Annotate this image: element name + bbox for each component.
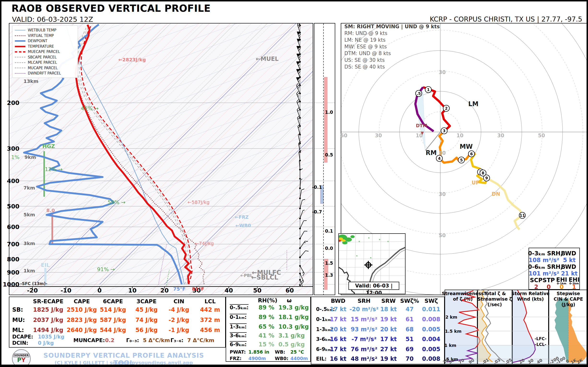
panel-title-line: CIN & CAPE — [554, 296, 583, 302]
skewt-annotation: ←2823J/kg — [119, 57, 146, 63]
legend-item: VIRTUAL TEMP — [15, 33, 78, 39]
dcin-label: DCIN: — [12, 340, 28, 346]
srw-value: 17 kt — [380, 336, 397, 342]
frz-value: 4900m — [248, 356, 266, 361]
srh-bwd-box: 0-3ₖₘ SRH, BWD 108 m²/s² 5 kt 0-6ₖₘ SRH,… — [528, 248, 580, 290]
logo-p: P — [17, 357, 22, 363]
wetbulb-line-swatch — [15, 30, 26, 30]
w-value: 3.1 g/kg — [278, 332, 305, 339]
legend-item: MLCAPE PARCEL — [15, 60, 78, 65]
sounderpy-logo: SOUNDER PY — [12, 349, 31, 367]
dcape-label: DCAPE: — [12, 334, 33, 340]
panel-title-line: Total ζ & — [484, 291, 506, 296]
stp-value: 0 — [547, 284, 551, 290]
srh-value: 76 m²/s² — [351, 346, 377, 353]
panel-height-label: 2 km — [445, 315, 457, 320]
omega-value-label: 1.3 — [325, 272, 333, 278]
row-label: EIL: — [316, 356, 327, 362]
ring-speed-label: 30 — [439, 192, 446, 197]
dwndrft-line-swatch — [15, 73, 26, 74]
swz-value: 0.005 — [422, 326, 440, 333]
muncape-value: 0.2 — [105, 337, 114, 343]
panel-title-line: (/sec) — [487, 302, 502, 307]
ring-speed-label: 30 — [439, 69, 446, 75]
muncape-label: MUNCAPE: — [73, 337, 105, 343]
omega-value-label: 0.5 — [325, 152, 333, 157]
ring-speed-label: 30 — [497, 133, 504, 138]
row-label: ML: — [12, 327, 24, 334]
pressure-label: 900 — [7, 269, 19, 276]
sounderpy-figure: RAOB OBSERVED VERTICAL PROFILE VALID: 06… — [0, 0, 588, 367]
bwd03-label: BWD — [561, 250, 576, 257]
omega-value-label: 0.1 — [325, 228, 333, 234]
storm-motion-label: RM — [426, 149, 437, 156]
skewt-annotation: 12% → — [45, 166, 63, 172]
swzpct-value: 69 — [406, 346, 414, 353]
swz-value: 0.004 — [422, 336, 440, 342]
bwd-value: 20 kt — [330, 326, 346, 333]
row-label: 6-9ₖₘ: — [230, 342, 247, 347]
logo-y: Y — [21, 357, 26, 363]
sm-line: SM: RIGHT MOVING | UND @ 9 kts — [344, 24, 440, 29]
panel-c-title: Storm RelativeWind (kts) — [511, 291, 549, 302]
row-label: 3-6ₖₘ: — [230, 333, 247, 339]
legend-label: MLCAPE PARCEL — [28, 60, 57, 65]
ml-6cape: 544 J/kg — [100, 327, 126, 334]
scp-value: 2 — [534, 284, 538, 290]
sb-srecape: 1825 J/kg — [33, 306, 63, 313]
panel-title-line: Stepwise — [557, 291, 580, 296]
rh-header: RH(%) — [258, 297, 277, 303]
gamma36-label: Γ₃₋₆: — [171, 337, 183, 343]
col-header: CIN — [174, 298, 184, 304]
legend-item: MUECAPE PARCEL — [15, 49, 78, 55]
wb0-value: 4400m — [290, 356, 308, 361]
storm-motion-label: MW — [460, 143, 473, 150]
map-inset: Valid: 06-03 | 12:00 — [338, 233, 406, 294]
ml-lcl: 456 m — [200, 327, 220, 334]
ring-speed-label: 50 — [538, 133, 545, 138]
skewt-annotation: ←WB0 — [235, 223, 251, 228]
col-header: SR-ECAPE — [33, 298, 64, 304]
muecape-line-swatch — [15, 51, 26, 52]
skewt-annotation: 8.0 — [46, 208, 55, 213]
gamma03-value: 5 Δ°C/km — [143, 337, 170, 343]
sbcape-line-swatch — [15, 57, 26, 58]
station-info: KCRP - CORPUS CHRISTI, TX US | 27.77, -9… — [430, 15, 582, 23]
temp-tick-label: -10 — [61, 287, 71, 294]
legend-item: SBCAPE PARCEL — [15, 55, 78, 60]
lcl-label: -LCL- — [535, 342, 546, 347]
temp-tick-label: 40 — [225, 287, 233, 294]
omega-value-label: 1.5 — [325, 260, 333, 266]
row-label: 0-.5ₖₘ: — [230, 305, 248, 310]
skewt-annotation: 81°F — [192, 286, 204, 292]
panel-title-line: (J/kg) — [561, 302, 575, 307]
wb-value: 25 °C — [290, 349, 304, 355]
srh06-label: 0-6ₖₘ SRH, — [528, 264, 562, 270]
rh-value: 89 % — [259, 304, 274, 311]
legend-label: MUCAPE PARCEL — [28, 66, 58, 70]
bwd-value: 17 kt — [330, 306, 346, 313]
temp-tick-label: 20 — [160, 287, 169, 294]
row-label: SB: — [12, 306, 23, 313]
mu-3cape: 74 J/kg — [136, 317, 158, 323]
col-header: SWζ% — [400, 298, 419, 304]
virtual-temp-line-swatch — [15, 35, 26, 36]
ml-3cape: 56 J/kg — [136, 327, 158, 334]
skewt-annotation: 45% → — [81, 105, 99, 111]
lm-line: LM: NE @ 19 kts — [344, 37, 386, 43]
height-label: 5km — [24, 212, 35, 217]
sb-cin: -4 J/kg — [169, 306, 189, 313]
swz-value: 0.008 — [422, 316, 440, 323]
legend-label: DEWPOINT — [28, 39, 47, 43]
legend-item: WETBULB TEMP — [15, 27, 78, 33]
skewt-annotation: ←SBLCL — [251, 274, 278, 281]
sb-3cape: 45 J/kg — [136, 306, 158, 313]
bwd-value: 16 kt — [330, 336, 346, 342]
height-label: 9km — [25, 154, 36, 160]
col-header: LCL — [205, 298, 216, 304]
storm-motion-label: UP — [472, 180, 479, 186]
skewt-annotation: ←587J/kg — [188, 199, 210, 205]
valid-time: VALID: 06-03-2025 12Z — [12, 15, 93, 24]
swzpct-value: 47 — [406, 306, 414, 313]
swzpct-value: 68 — [406, 326, 414, 333]
